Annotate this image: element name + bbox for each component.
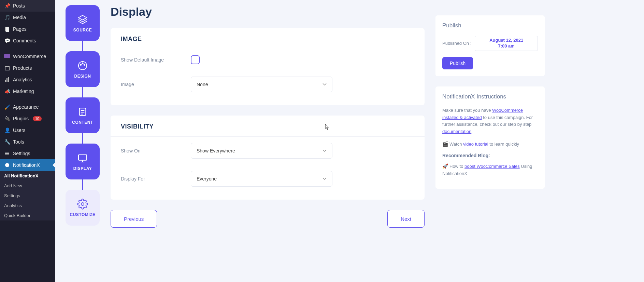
- menu-settings[interactable]: Settings: [0, 148, 55, 159]
- show-default-image-label: Show Default Image: [121, 57, 184, 63]
- menu-marketing-label: Marketing: [13, 89, 34, 94]
- show-on-label: Show On: [121, 148, 184, 153]
- image-card-header: IMAGE: [111, 28, 425, 49]
- menu-products[interactable]: Products: [0, 62, 55, 74]
- menu-media-label: Media: [13, 15, 26, 20]
- instructions-text-2: 🎬Watch video tutorial to learn quickly: [442, 140, 538, 148]
- rocket-icon: 🚀: [442, 163, 448, 169]
- submenu-quickbuilder[interactable]: Quick Builder: [0, 211, 55, 220]
- image-select-row: Image None: [111, 70, 425, 98]
- show-on-row: Show On Show Everywhere: [111, 137, 425, 165]
- menu-pages[interactable]: Pages: [0, 23, 55, 35]
- menu-users-label: Users: [13, 127, 26, 133]
- products-icon: [4, 65, 10, 71]
- woo-icon: [4, 53, 10, 59]
- chevron-down-icon: [323, 177, 327, 180]
- published-on-row: Published On : August 12, 2021 7:00 am: [442, 36, 538, 51]
- svg-rect-1: [6, 27, 9, 32]
- step-connector: [82, 133, 83, 144]
- instructions-text-3: 🚀How to boost WooCommerce Sales Using No…: [442, 162, 538, 177]
- wp-admin-sidebar: 📌Posts 🎵Media Pages 💬Comments WooCommerc…: [0, 0, 55, 282]
- svg-rect-3: [5, 67, 9, 70]
- menu-notificationx[interactable]: NotificationX: [0, 159, 55, 171]
- wrench-icon: 🔧: [4, 139, 10, 145]
- boost-sales-link[interactable]: boost WooCommerce Sales: [464, 164, 520, 169]
- documentation-link[interactable]: documentation: [442, 129, 471, 134]
- content-column: Display IMAGE Show Default Image Image N…: [111, 5, 425, 282]
- svg-rect-6: [8, 77, 9, 82]
- menu-comments[interactable]: 💬Comments: [0, 35, 55, 46]
- menu-posts-label: Posts: [13, 3, 25, 9]
- svg-rect-20: [78, 155, 87, 160]
- previous-button[interactable]: Previous: [111, 210, 157, 228]
- published-date-day: August 12, 2021: [480, 38, 533, 43]
- gear-icon: [77, 199, 88, 210]
- chevron-down-icon: [323, 83, 327, 86]
- side-panels: Publish Published On : August 12, 2021 7…: [435, 5, 545, 282]
- menu-tools[interactable]: 🔧Tools: [0, 136, 55, 148]
- step-display[interactable]: DISPLAY: [66, 144, 100, 179]
- video-icon: 🎬: [442, 141, 448, 147]
- submenu-add[interactable]: Add New: [0, 181, 55, 191]
- document-icon: [77, 106, 88, 117]
- show-default-image-row: Show Default Image: [111, 49, 425, 70]
- menu-woocommerce[interactable]: WooCommerce: [0, 51, 55, 62]
- menu-woocommerce-label: WooCommerce: [13, 54, 46, 59]
- layers-icon: [77, 14, 88, 25]
- notificationx-icon: [4, 162, 10, 168]
- display-for-label: Display For: [121, 176, 184, 182]
- sliders-icon: [4, 150, 10, 157]
- page-icon: [4, 26, 10, 32]
- step-design[interactable]: DESIGN: [66, 51, 100, 87]
- svg-point-10: [5, 163, 9, 167]
- submenu-settings[interactable]: Settings: [0, 191, 55, 201]
- image-select[interactable]: None: [191, 77, 332, 92]
- instructions-text-1: Make sure that you have WooCommerce inst…: [442, 107, 538, 135]
- brush-icon: 🖌️: [4, 104, 10, 110]
- monitor-icon: [77, 152, 88, 163]
- menu-plugins[interactable]: 🔌Plugins10: [0, 113, 55, 124]
- main-area: SOURCE DESIGN CONTENT DISPLAY CUSTOMIZE …: [55, 0, 644, 282]
- next-button[interactable]: Next: [387, 210, 425, 228]
- palette-icon: [77, 60, 88, 71]
- comment-icon: 💬: [4, 38, 10, 44]
- menu-users[interactable]: 👤Users: [0, 124, 55, 136]
- step-connector: [82, 179, 83, 190]
- submenu-analytics[interactable]: Analytics: [0, 201, 55, 211]
- published-date[interactable]: August 12, 2021 7:00 am: [475, 36, 538, 51]
- step-connector: [82, 87, 83, 97]
- image-select-value: None: [197, 82, 208, 87]
- show-on-value: Show Everywhere: [197, 148, 235, 153]
- analytics-icon: [4, 77, 10, 83]
- step-source[interactable]: SOURCE: [66, 5, 100, 41]
- svg-point-13: [80, 64, 81, 65]
- step-customize-label: CUSTOMIZE: [70, 212, 96, 217]
- display-for-select[interactable]: Everyone: [191, 171, 332, 187]
- publish-button[interactable]: Publish: [442, 57, 473, 69]
- menu-marketing[interactable]: 📣Marketing: [0, 85, 55, 97]
- menu-appearance[interactable]: 🖌️Appearance: [0, 101, 55, 113]
- submenu-all[interactable]: All NotificationX: [0, 171, 55, 181]
- menu-appearance-label: Appearance: [13, 104, 39, 110]
- visibility-card: VISIBILITY Show On Show Everywhere Displ…: [111, 116, 425, 200]
- step-content[interactable]: CONTENT: [66, 97, 100, 133]
- menu-posts[interactable]: 📌Posts: [0, 0, 55, 12]
- show-default-image-checkbox[interactable]: [191, 55, 200, 64]
- video-tutorial-link[interactable]: video tutorial: [463, 142, 488, 147]
- user-icon: 👤: [4, 127, 10, 133]
- chevron-down-icon: [323, 149, 327, 152]
- plugins-badge: 10: [33, 116, 42, 121]
- menu-analytics[interactable]: Analytics: [0, 74, 55, 85]
- menu-products-label: Products: [13, 65, 32, 71]
- show-on-select[interactable]: Show Everywhere: [191, 143, 332, 159]
- marketing-icon: 📣: [4, 88, 10, 94]
- svg-rect-9: [5, 155, 9, 155]
- step-source-label: SOURCE: [73, 28, 92, 32]
- menu-media[interactable]: 🎵Media: [0, 12, 55, 23]
- image-card: IMAGE Show Default Image Image None: [111, 28, 425, 105]
- menu-analytics-label: Analytics: [13, 77, 32, 82]
- menu-plugins-label: Plugins: [13, 116, 29, 121]
- step-customize[interactable]: CUSTOMIZE: [66, 190, 100, 226]
- step-display-label: DISPLAY: [73, 166, 92, 171]
- svg-rect-8: [5, 153, 9, 154]
